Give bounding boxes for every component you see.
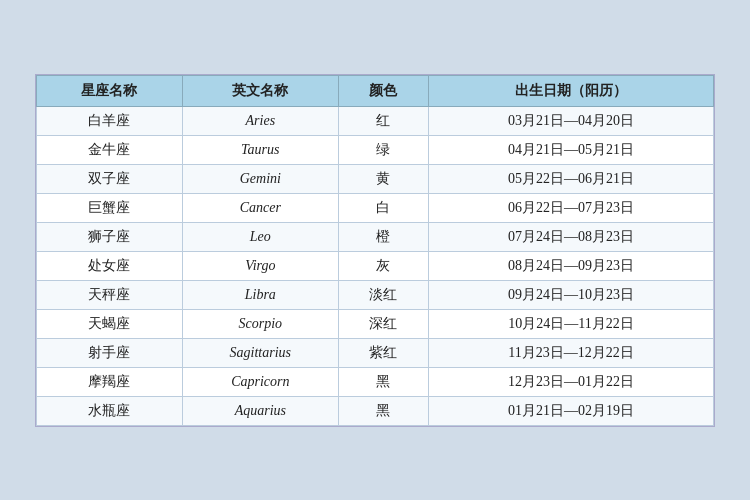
cell-dates: 07月24日—08月23日 xyxy=(428,222,713,251)
cell-chinese-name: 射手座 xyxy=(37,338,183,367)
cell-dates: 06月22日—07月23日 xyxy=(428,193,713,222)
cell-dates: 09月24日—10月23日 xyxy=(428,280,713,309)
table-row: 金牛座Taurus绿04月21日—05月21日 xyxy=(37,135,714,164)
cell-chinese-name: 天蝎座 xyxy=(37,309,183,338)
table-row: 水瓶座Aquarius黑01月21日—02月19日 xyxy=(37,396,714,425)
header-color: 颜色 xyxy=(339,75,429,106)
cell-chinese-name: 处女座 xyxy=(37,251,183,280)
cell-english-name: Taurus xyxy=(182,135,338,164)
cell-color: 淡红 xyxy=(339,280,429,309)
cell-chinese-name: 双子座 xyxy=(37,164,183,193)
table-row: 摩羯座Capricorn黑12月23日—01月22日 xyxy=(37,367,714,396)
cell-dates: 11月23日—12月22日 xyxy=(428,338,713,367)
cell-english-name: Cancer xyxy=(182,193,338,222)
header-english-name: 英文名称 xyxy=(182,75,338,106)
cell-chinese-name: 摩羯座 xyxy=(37,367,183,396)
header-chinese-name: 星座名称 xyxy=(37,75,183,106)
cell-color: 灰 xyxy=(339,251,429,280)
cell-color: 黑 xyxy=(339,396,429,425)
table-header-row: 星座名称 英文名称 颜色 出生日期（阳历） xyxy=(37,75,714,106)
cell-english-name: Libra xyxy=(182,280,338,309)
cell-color: 红 xyxy=(339,106,429,135)
cell-chinese-name: 巨蟹座 xyxy=(37,193,183,222)
cell-chinese-name: 天秤座 xyxy=(37,280,183,309)
table-row: 白羊座Aries红03月21日—04月20日 xyxy=(37,106,714,135)
cell-english-name: Gemini xyxy=(182,164,338,193)
zodiac-table-wrapper: 星座名称 英文名称 颜色 出生日期（阳历） 白羊座Aries红03月21日—04… xyxy=(35,74,715,427)
cell-english-name: Sagittarius xyxy=(182,338,338,367)
table-row: 天秤座Libra淡红09月24日—10月23日 xyxy=(37,280,714,309)
cell-english-name: Scorpio xyxy=(182,309,338,338)
zodiac-table: 星座名称 英文名称 颜色 出生日期（阳历） 白羊座Aries红03月21日—04… xyxy=(36,75,714,426)
table-row: 狮子座Leo橙07月24日—08月23日 xyxy=(37,222,714,251)
cell-dates: 10月24日—11月22日 xyxy=(428,309,713,338)
cell-color: 白 xyxy=(339,193,429,222)
cell-english-name: Capricorn xyxy=(182,367,338,396)
cell-dates: 08月24日—09月23日 xyxy=(428,251,713,280)
table-row: 射手座Sagittarius紫红11月23日—12月22日 xyxy=(37,338,714,367)
cell-dates: 04月21日—05月21日 xyxy=(428,135,713,164)
header-dates: 出生日期（阳历） xyxy=(428,75,713,106)
table-row: 天蝎座Scorpio深红10月24日—11月22日 xyxy=(37,309,714,338)
table-row: 巨蟹座Cancer白06月22日—07月23日 xyxy=(37,193,714,222)
cell-chinese-name: 金牛座 xyxy=(37,135,183,164)
table-row: 处女座Virgo灰08月24日—09月23日 xyxy=(37,251,714,280)
cell-chinese-name: 狮子座 xyxy=(37,222,183,251)
cell-color: 紫红 xyxy=(339,338,429,367)
table-row: 双子座Gemini黄05月22日—06月21日 xyxy=(37,164,714,193)
cell-chinese-name: 水瓶座 xyxy=(37,396,183,425)
cell-dates: 12月23日—01月22日 xyxy=(428,367,713,396)
cell-color: 黄 xyxy=(339,164,429,193)
cell-chinese-name: 白羊座 xyxy=(37,106,183,135)
cell-english-name: Aquarius xyxy=(182,396,338,425)
cell-dates: 05月22日—06月21日 xyxy=(428,164,713,193)
cell-dates: 01月21日—02月19日 xyxy=(428,396,713,425)
cell-english-name: Aries xyxy=(182,106,338,135)
cell-color: 深红 xyxy=(339,309,429,338)
cell-color: 黑 xyxy=(339,367,429,396)
cell-english-name: Virgo xyxy=(182,251,338,280)
cell-color: 绿 xyxy=(339,135,429,164)
cell-color: 橙 xyxy=(339,222,429,251)
cell-dates: 03月21日—04月20日 xyxy=(428,106,713,135)
cell-english-name: Leo xyxy=(182,222,338,251)
table-body: 白羊座Aries红03月21日—04月20日金牛座Taurus绿04月21日—0… xyxy=(37,106,714,425)
